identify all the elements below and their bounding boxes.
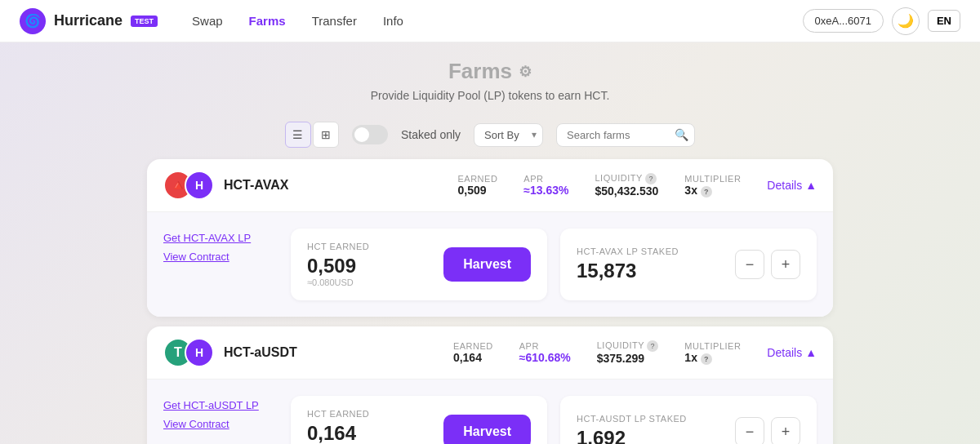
get-lp-link-hct-avax[interactable]: Get HCT-AVAX LP: [163, 232, 278, 244]
farm-card-hct-avax: 🔺 H HCT-AVAX Earned 0,509 APR ≈13.63% Li…: [147, 159, 833, 317]
earned-info-hct-avax: HCT EARNED 0,509 ≈0.080USD: [307, 242, 369, 287]
nav-swap[interactable]: Swap: [192, 14, 223, 28]
unstake-button-hct-avax[interactable]: −: [735, 250, 764, 279]
farm-card-hct-ausdt: T H HCT-aUSDT Earned 0,164 APR ≈610.68% …: [147, 326, 833, 444]
token-icon-hct-1: H: [185, 171, 214, 200]
settings-icon[interactable]: ⚙: [519, 63, 532, 81]
staked-box-hct-ausdt: HCT-aUSDT LP STAKED 1,692 − +: [560, 396, 817, 444]
search-wrapper: 🔍: [556, 123, 695, 147]
details-button-hct-ausdt[interactable]: Details ▲: [767, 346, 817, 359]
staked-info-hct-avax: HCT-AVAX LP STAKED 15,873: [577, 246, 679, 282]
test-badge: TEST: [131, 16, 158, 27]
farm-icons-hct-avax: 🔺 H: [163, 171, 214, 200]
farm-name-hct-ausdt: HCT-aUSDT: [224, 345, 322, 360]
farm-icons-hct-ausdt: T H: [163, 338, 214, 367]
harvest-button-hct-ausdt[interactable]: Harvest: [443, 415, 531, 444]
token-icon-hct-2: H: [185, 338, 214, 367]
list-view-button[interactable]: ☰: [285, 122, 311, 148]
earned-box-hct-ausdt: HCT EARNED 0,164 ≈0.026USD Harvest: [291, 396, 547, 444]
nav-farms[interactable]: Farms: [249, 14, 286, 28]
sort-select[interactable]: Sort By: [474, 123, 543, 147]
stat-multiplier-1: Multiplier 3x ?: [684, 174, 741, 198]
farm-stats-hct-ausdt: Earned 0,164 APR ≈610.68% Liquidity ? $3…: [453, 340, 817, 365]
farm-name-hct-avax: HCT-AVAX: [224, 178, 322, 193]
stat-liquidity-1: Liquidity ? $50,432.530: [595, 173, 659, 198]
harvest-button-hct-avax[interactable]: Harvest: [443, 247, 531, 282]
wallet-button[interactable]: 0xeA...6071: [803, 9, 884, 33]
app-name: Hurricane: [54, 12, 122, 29]
farm-details-hct-ausdt: Get HCT-aUSDT LP View Contract HCT EARNE…: [147, 380, 833, 444]
details-button-hct-avax[interactable]: Details ▲: [767, 179, 817, 192]
sort-wrapper: Sort By: [474, 123, 543, 147]
farm-details-hct-avax: Get HCT-AVAX LP View Contract HCT EARNED…: [147, 212, 833, 317]
multiplier-question-icon-1[interactable]: ?: [701, 186, 712, 198]
farm-links-hct-avax: Get HCT-AVAX LP View Contract: [163, 229, 278, 300]
farm-links-hct-ausdt: Get HCT-aUSDT LP View Contract: [163, 396, 278, 444]
stat-multiplier-2: Multiplier 1x ?: [684, 341, 741, 365]
multiplier-question-icon-2[interactable]: ?: [701, 353, 712, 365]
view-toggle: ☰ ⊞: [285, 122, 339, 148]
stat-earned-1: Earned 0,509: [457, 174, 497, 197]
farm-header-hct-avax: 🔺 H HCT-AVAX Earned 0,509 APR ≈13.63% Li…: [147, 159, 833, 212]
staked-actions-hct-avax: − +: [735, 250, 800, 279]
grid-view-button[interactable]: ⊞: [313, 122, 339, 148]
header: 🌀 Hurricane TEST Swap Farms Transfer Inf…: [0, 0, 980, 42]
liquidity-question-icon-2[interactable]: ?: [647, 340, 658, 352]
unstake-button-hct-ausdt[interactable]: −: [735, 417, 764, 444]
stat-liquidity-2: Liquidity ? $375.299: [597, 340, 659, 365]
nav-info[interactable]: Info: [383, 14, 403, 28]
main-content: 🔺 H HCT-AVAX Earned 0,509 APR ≈13.63% Li…: [131, 159, 849, 444]
search-icon: 🔍: [675, 128, 688, 141]
stat-apr-2: APR ≈610.68%: [519, 341, 571, 364]
theme-toggle-button[interactable]: 🌙: [892, 7, 920, 35]
view-contract-link-hct-ausdt[interactable]: View Contract: [163, 418, 278, 430]
page-subtitle: Provide Liquidity Pool (LP) tokens to ea…: [0, 89, 980, 102]
stat-earned-2: Earned 0,164: [453, 341, 493, 364]
staked-only-label: Staked only: [401, 128, 461, 141]
page-title: Farms: [448, 59, 512, 84]
page-header: Farms ⚙ Provide Liquidity Pool (LP) toke…: [0, 42, 980, 110]
lang-button[interactable]: EN: [928, 10, 960, 32]
nav: Swap Farms Transfer Info: [192, 14, 403, 28]
page-title-wrapper: Farms ⚙: [0, 59, 980, 84]
stat-apr-1: APR ≈13.63%: [523, 174, 568, 197]
earned-box-hct-avax: HCT EARNED 0,509 ≈0.080USD Harvest: [291, 229, 547, 300]
stake-button-hct-avax[interactable]: +: [771, 250, 800, 279]
controls: ☰ ⊞ Staked only Sort By 🔍: [0, 122, 980, 148]
get-lp-link-hct-ausdt[interactable]: Get HCT-aUSDT LP: [163, 399, 278, 411]
liquidity-question-icon-1[interactable]: ?: [645, 173, 657, 184]
farm-header-hct-ausdt: T H HCT-aUSDT Earned 0,164 APR ≈610.68% …: [147, 326, 833, 380]
nav-transfer[interactable]: Transfer: [312, 14, 357, 28]
staked-only-toggle[interactable]: [352, 125, 388, 144]
header-left: 🌀 Hurricane TEST Swap Farms Transfer Inf…: [20, 8, 403, 34]
view-contract-link-hct-avax[interactable]: View Contract: [163, 251, 278, 263]
stake-button-hct-ausdt[interactable]: +: [771, 417, 800, 444]
staked-box-hct-avax: HCT-AVAX LP STAKED 15,873 − +: [560, 229, 817, 300]
header-right: 0xeA...6071 🌙 EN: [803, 7, 960, 35]
logo-icon: 🌀: [20, 8, 46, 34]
staked-info-hct-ausdt: HCT-aUSDT LP STAKED 1,692: [577, 414, 687, 444]
earned-info-hct-ausdt: HCT EARNED 0,164 ≈0.026USD: [307, 409, 369, 444]
staked-actions-hct-ausdt: − +: [735, 417, 800, 444]
farm-stats-hct-avax: Earned 0,509 APR ≈13.63% Liquidity ? $50…: [457, 173, 817, 198]
